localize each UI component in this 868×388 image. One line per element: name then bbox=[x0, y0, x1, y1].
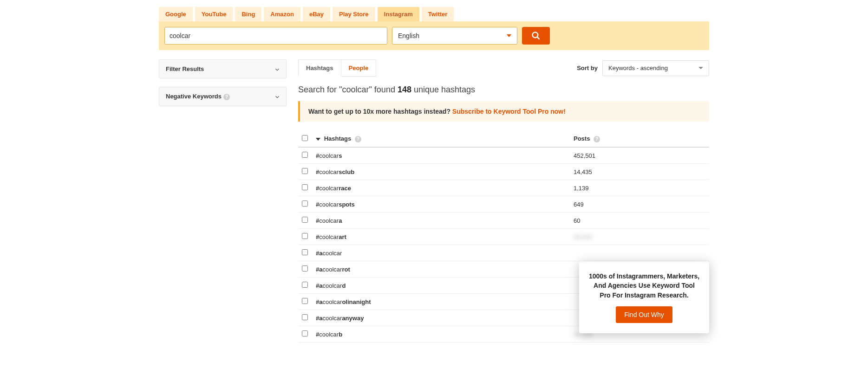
select-all-checkbox[interactable] bbox=[302, 135, 308, 141]
result-tabs: HashtagsPeople bbox=[298, 59, 376, 77]
hashtag-cell[interactable]: #acoolcarrot bbox=[312, 261, 570, 278]
search-button[interactable] bbox=[522, 27, 550, 45]
table-row: #coolcarart00,000 bbox=[298, 229, 709, 245]
hashtag-cell[interactable]: #acoolcar bbox=[312, 245, 570, 261]
source-tabs: GoogleYouTubeBingAmazoneBayPlay StoreIns… bbox=[159, 7, 709, 21]
row-checkbox[interactable] bbox=[302, 184, 308, 190]
posts-cell: 60 bbox=[570, 213, 709, 229]
table-row: #acoolcar bbox=[298, 245, 709, 261]
table-row: #coolcars452,501 bbox=[298, 147, 709, 164]
posts-cell: 14,435 bbox=[570, 164, 709, 180]
popup-text: 1000s of Instagrammers, Marketers, And A… bbox=[588, 272, 700, 300]
svg-line-1 bbox=[537, 37, 540, 39]
results-summary: Search for "coolcar" found 148 unique ha… bbox=[298, 85, 709, 95]
hashtag-cell[interactable]: #coolcarb bbox=[312, 326, 570, 343]
source-tab-google[interactable]: Google bbox=[159, 7, 193, 21]
result-tab-people[interactable]: People bbox=[341, 59, 377, 77]
table-row: #coolcara60 bbox=[298, 213, 709, 229]
hashtag-cell[interactable]: #coolcarrace bbox=[312, 180, 570, 196]
hashtag-cell[interactable]: #coolcarsclub bbox=[312, 164, 570, 180]
row-checkbox[interactable] bbox=[302, 282, 308, 288]
row-checkbox[interactable] bbox=[302, 200, 308, 207]
table-row: #coolcarspots649 bbox=[298, 196, 709, 213]
chevron-down-icon bbox=[274, 94, 280, 99]
source-tab-youtube[interactable]: YouTube bbox=[195, 7, 233, 21]
sort-selected: Keywords - ascending bbox=[608, 65, 668, 71]
hashtag-cell[interactable]: #acoolcard bbox=[312, 278, 570, 294]
find-out-why-button[interactable]: Find Out Why bbox=[616, 306, 672, 323]
results-area: HashtagsPeople Sort by Keywords - ascend… bbox=[298, 59, 709, 343]
column-hashtags[interactable]: Hashtags ? bbox=[312, 131, 570, 147]
promo-link[interactable]: Subscribe to Keyword Tool Pro now! bbox=[452, 108, 566, 115]
hashtag-cell[interactable]: #coolcara bbox=[312, 213, 570, 229]
hashtag-cell[interactable]: #coolcarspots bbox=[312, 196, 570, 213]
promo-text: Want to get up to 10x more hashtags inst… bbox=[308, 108, 452, 115]
hashtag-cell[interactable]: #acoolcarolinanight bbox=[312, 294, 570, 310]
search-bar: English bbox=[159, 21, 709, 50]
svg-point-0 bbox=[533, 32, 538, 38]
upgrade-promo: Want to get up to 10x more hashtags inst… bbox=[298, 101, 709, 122]
posts-cell: 1,139 bbox=[570, 180, 709, 196]
source-tab-twitter[interactable]: Twitter bbox=[422, 7, 454, 21]
row-checkbox[interactable] bbox=[302, 168, 308, 174]
language-select[interactable]: English bbox=[392, 27, 517, 45]
negative-keywords-panel: Negative Keywords? bbox=[159, 87, 287, 106]
hashtag-cell[interactable]: #coolcars bbox=[312, 147, 570, 164]
negative-keywords-toggle[interactable]: Negative Keywords? bbox=[159, 87, 286, 106]
sort-label: Sort by bbox=[577, 65, 598, 71]
row-checkbox[interactable] bbox=[302, 298, 308, 304]
column-posts[interactable]: Posts ? bbox=[570, 131, 709, 147]
table-row: #coolcarsclub14,435 bbox=[298, 164, 709, 180]
posts-cell bbox=[570, 245, 709, 261]
help-icon: ? bbox=[223, 94, 230, 100]
row-checkbox[interactable] bbox=[302, 249, 308, 255]
row-checkbox[interactable] bbox=[302, 233, 308, 239]
result-tab-hashtags[interactable]: Hashtags bbox=[298, 59, 341, 77]
caret-down-icon bbox=[507, 34, 511, 37]
help-icon: ? bbox=[594, 136, 600, 142]
filter-results-panel: Filter Results bbox=[159, 59, 287, 78]
table-row: #coolcarrace1,139 bbox=[298, 180, 709, 196]
negative-keywords-label: Negative Keywords? bbox=[166, 93, 230, 100]
upsell-popup: 1000s of Instagrammers, Marketers, And A… bbox=[579, 261, 709, 333]
source-tab-instagram[interactable]: Instagram bbox=[378, 7, 419, 21]
source-tab-amazon[interactable]: Amazon bbox=[264, 7, 300, 21]
posts-cell: 00,000 bbox=[570, 229, 709, 245]
row-checkbox[interactable] bbox=[302, 330, 308, 336]
help-icon: ? bbox=[355, 136, 361, 142]
language-selected: English bbox=[398, 32, 419, 39]
chevron-down-icon bbox=[274, 66, 280, 72]
sort-select[interactable]: Keywords - ascending bbox=[602, 60, 709, 76]
source-tab-bing[interactable]: Bing bbox=[235, 7, 261, 21]
left-sidebar: Filter Results Negative Keywords? bbox=[159, 59, 287, 106]
row-checkbox[interactable] bbox=[302, 265, 308, 272]
posts-cell: 452,501 bbox=[570, 147, 709, 164]
posts-cell: 649 bbox=[570, 196, 709, 213]
caret-down-icon bbox=[698, 67, 703, 69]
filter-results-toggle[interactable]: Filter Results bbox=[159, 60, 286, 78]
row-checkbox[interactable] bbox=[302, 217, 308, 223]
filter-results-label: Filter Results bbox=[166, 65, 204, 72]
search-input[interactable] bbox=[164, 27, 387, 45]
row-checkbox[interactable] bbox=[302, 314, 308, 320]
hashtag-cell[interactable]: #acoolcaranyway bbox=[312, 310, 570, 326]
source-tab-play-store[interactable]: Play Store bbox=[333, 7, 375, 21]
source-tab-ebay[interactable]: eBay bbox=[303, 7, 330, 21]
hashtag-cell[interactable]: #coolcarart bbox=[312, 229, 570, 245]
sort-desc-icon bbox=[316, 138, 320, 141]
row-checkbox[interactable] bbox=[302, 152, 308, 158]
search-icon bbox=[531, 31, 541, 40]
